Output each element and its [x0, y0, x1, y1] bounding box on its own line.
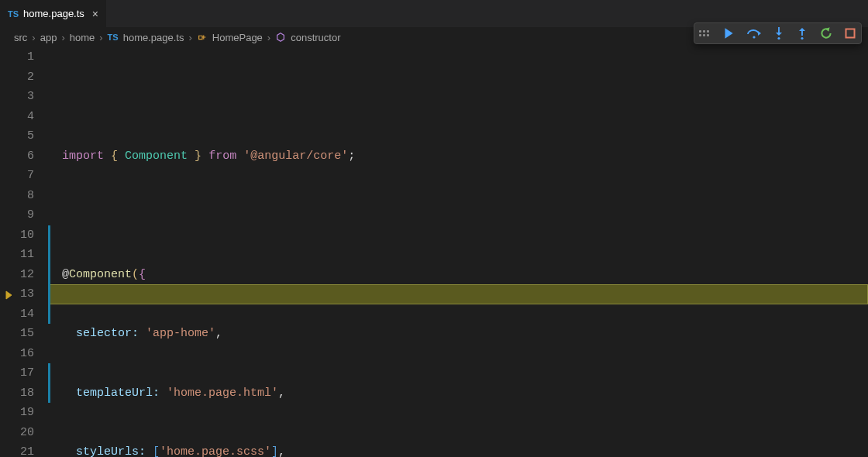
chevron-right-icon: ›: [188, 32, 191, 43]
crumb-app[interactable]: app: [40, 32, 57, 43]
chevron-right-icon: ›: [32, 32, 35, 43]
step-over-button[interactable]: [746, 26, 762, 40]
line-number-gutter: 1234 5678 9101112 13141516 17181920 21: [0, 47, 48, 457]
class-icon: [197, 32, 208, 43]
breadcrumb-bar: src › app › home › TS home.page.ts › Hom…: [0, 27, 868, 47]
svg-point-0: [753, 36, 755, 38]
chevron-right-icon: ›: [267, 32, 270, 43]
crumb-class[interactable]: HomePage: [212, 32, 263, 43]
svg-rect-3: [846, 29, 855, 38]
breakpoint-icon[interactable]: [3, 288, 14, 299]
breadcrumb: src › app › home › TS home.page.ts › Hom…: [14, 32, 341, 43]
typescript-icon: TS: [108, 33, 119, 42]
drag-handle-icon[interactable]: [699, 30, 709, 36]
code-content[interactable]: import { Component } from '@angular/core…: [48, 47, 868, 457]
svg-point-1: [777, 37, 780, 40]
editor-tab[interactable]: TS home.page.ts ×: [0, 0, 107, 27]
close-icon[interactable]: ×: [92, 9, 98, 19]
method-icon: [275, 32, 286, 43]
chevron-right-icon: ›: [61, 32, 64, 43]
crumb-home[interactable]: home: [70, 32, 95, 43]
tab-title: home.page.ts: [23, 8, 84, 19]
stop-button[interactable]: [844, 27, 856, 40]
step-out-button[interactable]: [796, 26, 808, 40]
debug-toolbar: [694, 22, 862, 44]
svg-point-2: [801, 37, 803, 40]
continue-button[interactable]: [722, 26, 735, 40]
crumb-method[interactable]: constructor: [291, 32, 340, 43]
code-editor[interactable]: 1234 5678 9101112 13141516 17181920 21 i…: [0, 47, 868, 457]
step-into-button[interactable]: [773, 26, 785, 40]
restart-button[interactable]: [819, 26, 833, 40]
typescript-icon: TS: [8, 9, 19, 19]
crumb-file[interactable]: home.page.ts: [123, 32, 184, 43]
chevron-right-icon: ›: [99, 32, 102, 43]
crumb-src[interactable]: src: [14, 32, 27, 43]
